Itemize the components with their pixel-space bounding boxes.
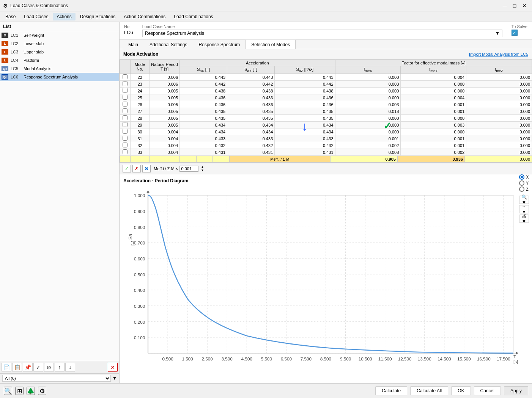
tab-main[interactable]: Main [123, 40, 144, 49]
row-say-33: 0.431 [227, 149, 275, 156]
tab-selection-of-modes[interactable]: Selection of Modes [246, 40, 296, 49]
lc-name-dropdown[interactable]: Response Spectrum Analysis ▼ [142, 30, 502, 37]
paste-lc-button[interactable]: 📌 [23, 363, 33, 372]
menu-load-cases[interactable]: Load Cases [20, 13, 52, 20]
row-fmey-24: 0.000 [401, 88, 466, 94]
lc-item-lc4[interactable]: L LC4 Platform [0, 56, 119, 64]
ok-button[interactable]: OK [451, 386, 471, 395]
menu-action-combinations[interactable]: Action Combinations [120, 13, 169, 20]
auto-select-button[interactable]: S [142, 165, 151, 172]
menu-base[interactable]: Base [2, 13, 19, 20]
filter-dropdown-arrow: ▼ [112, 376, 117, 381]
y-tick-0100: 0.100 [134, 335, 145, 340]
minimize-button[interactable]: ─ [500, 2, 509, 10]
summary-meff-label: Meff.i / Σ M [229, 156, 330, 163]
row-fmex-27: 0.018 [335, 108, 401, 115]
calculate-button[interactable]: Calculate [375, 386, 407, 395]
tab-additional-settings[interactable]: Additional Settings [144, 40, 193, 49]
tab-response-spectrum[interactable]: Response Spectrum [193, 40, 246, 49]
row-saz-32: 0.432 [275, 142, 335, 149]
menu-actions[interactable]: Actions [53, 13, 75, 20]
row-T-22: 0.006 [150, 74, 180, 81]
row-checkbox-23[interactable] [123, 81, 127, 86]
row-checkbox-24[interactable] [123, 88, 127, 93]
y-tick-0900: 0.900 [134, 209, 145, 214]
filter-dropdown[interactable]: All (6) [2, 375, 111, 382]
radio-z-dot [519, 186, 524, 192]
row-fmex-28: 0.000 [335, 115, 401, 122]
row-checkbox-25[interactable] [123, 95, 127, 100]
meff-value-input[interactable] [179, 166, 198, 172]
chart-zoom-button[interactable]: 🔍 ▼ [519, 196, 529, 204]
deselect-all-button[interactable]: ✗ [132, 165, 141, 172]
lc-item-lc1[interactable]: D LC1 Self-weight [0, 31, 119, 39]
lc-item-lc3[interactable]: L LC3 Upper slab [0, 48, 119, 56]
radio-y-dot [519, 180, 524, 186]
row-sax-33: 0.431 [180, 149, 227, 156]
row-checkbox-32[interactable] [123, 143, 127, 147]
radio-z[interactable]: Z [519, 186, 529, 192]
row-checkbox-26[interactable] [123, 102, 127, 107]
row-say-26: 0.436 [227, 101, 275, 108]
import-modal-link[interactable]: Import Modal Analysis from LC5 [469, 52, 528, 56]
check-lc-button[interactable]: ✓ [33, 363, 43, 372]
row-fmez-29: 0.000 [466, 122, 532, 128]
copy-lc-button[interactable]: 📋 [12, 363, 22, 372]
menu-load-combinations[interactable]: Load Combinations [170, 13, 217, 20]
row-sax-26: 0.436 [180, 101, 227, 108]
chart-area: Acceleration - Period Diagram .grid-line… [120, 174, 532, 383]
close-button[interactable]: ✕ [520, 2, 529, 10]
search-icon-button[interactable]: 🔍 [4, 387, 12, 395]
x-tick-85: 8.500 [320, 356, 332, 361]
chart-plot-area: .grid-line { stroke: #cccccc; stroke-wid… [123, 186, 528, 378]
chart-pan-button[interactable]: ↔ ▼ [519, 205, 529, 213]
summary-row-container: Meff.i / Σ M 0.905 0.936 0.000 [120, 156, 532, 163]
row-checkbox-30[interactable] [123, 129, 127, 134]
calculate-all-button[interactable]: Calculate All [410, 386, 448, 395]
col-header-saz: SaZ [ft/s²] [275, 66, 335, 74]
row-checkbox-33[interactable] [123, 149, 127, 154]
lc-item-lc5[interactable]: Qe LC5 Modal Analysis [0, 64, 119, 73]
apply-button[interactable]: Apply [504, 386, 528, 395]
settings-icon-button[interactable]: ⚙ [38, 387, 46, 395]
cancel-button[interactable]: Cancel [474, 386, 501, 395]
move-down-lc-button[interactable]: ↓ [65, 363, 75, 372]
grid-icon-button[interactable]: ⊞ [15, 387, 24, 395]
chart-print-button[interactable]: 🖨 ▼ [519, 215, 529, 223]
uncheck-lc-button[interactable]: ⊘ [44, 363, 54, 372]
titlebar-controls: ─ □ ✕ [500, 2, 529, 10]
radio-x[interactable]: X [519, 174, 529, 180]
summary-fmez: 0.000 [464, 156, 532, 163]
row-checkbox-27[interactable] [123, 108, 127, 113]
statusbar: 🔍 ⊞ 🌲 ⚙ Calculate Calculate All OK Cance… [0, 383, 532, 398]
chart-svg: .grid-line { stroke: #cccccc; stroke-wid… [123, 186, 528, 378]
x-axis-label-t: T [513, 354, 516, 359]
app-icon: ⚙ [3, 3, 8, 9]
radio-y[interactable]: Y [519, 180, 529, 186]
lc-item-lc2[interactable]: L LC2 Lower slab [0, 39, 119, 48]
menu-design-situations[interactable]: Design Situations [76, 13, 119, 20]
x-tick-165: 16.500 [477, 356, 491, 361]
row-saz-29: 0.434 [275, 122, 335, 128]
x-tick-75: 7.500 [301, 356, 312, 361]
lc1-indicator: D [2, 33, 8, 38]
row-sax-28: 0.435 [180, 115, 227, 122]
to-solve-checkbox[interactable]: ✓ [512, 30, 518, 36]
row-checkbox-28[interactable] [123, 115, 127, 120]
row-checkbox-31[interactable] [123, 136, 127, 141]
row-checkbox-29[interactable] [123, 122, 127, 127]
row-checkbox-22[interactable] [123, 74, 127, 79]
row-fmez-27: 0.000 [466, 108, 532, 115]
tree-icon-button[interactable]: 🌲 [27, 387, 35, 395]
row-saz-31: 0.433 [275, 135, 335, 142]
lc-item-lc6[interactable]: Qe LC6 Response Spectrum Analysis [0, 73, 119, 81]
delete-lc-button[interactable]: ✕ [108, 363, 118, 372]
col-header-fmez: fmeZ [466, 66, 532, 74]
row-fmex-22: 0.000 [335, 74, 401, 81]
maximize-button[interactable]: □ [510, 2, 519, 10]
move-up-lc-button[interactable]: ↑ [55, 363, 65, 372]
add-lc-button[interactable]: 📄 [2, 363, 11, 372]
select-all-check-button[interactable]: ✓ [123, 165, 131, 172]
row-mode-28: 28 [131, 115, 150, 122]
row-T-31: 0.004 [150, 135, 180, 142]
